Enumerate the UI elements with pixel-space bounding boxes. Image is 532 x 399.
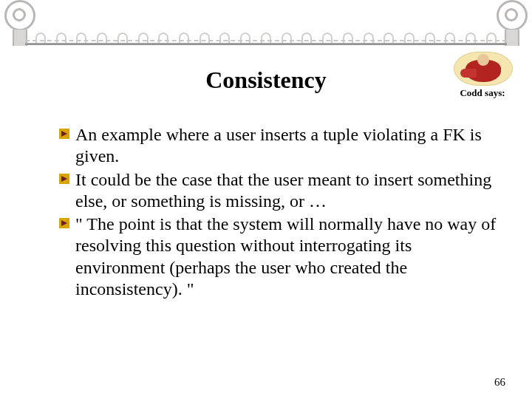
bullet-text: " The point is that the system will norm… [75,214,499,300]
slide: Consistency Codd says: An example where … [0,0,532,399]
bullet-arrow-icon [59,129,69,139]
bullet-text: It could be the case that the user meant… [75,169,499,213]
list-item: It could be the case that the user meant… [59,169,499,213]
page-number: 66 [494,376,505,389]
illustration-caption: Codd says: [454,87,511,99]
bullet-list: An example where a user inserts a tuple … [59,124,499,301]
bullet-arrow-icon [59,174,69,184]
list-item: An example where a user inserts a tuple … [59,124,499,168]
column-ornament-right [497,0,528,46]
column-ornament-left [4,0,35,46]
bullet-arrow-icon [59,218,69,228]
list-item: " The point is that the system will norm… [59,214,499,300]
monk-illustration: Codd says: [454,52,511,99]
slide-title: Consistency [0,66,532,94]
top-rule [25,43,507,45]
bullet-text: An example where a user inserts a tuple … [75,124,499,168]
